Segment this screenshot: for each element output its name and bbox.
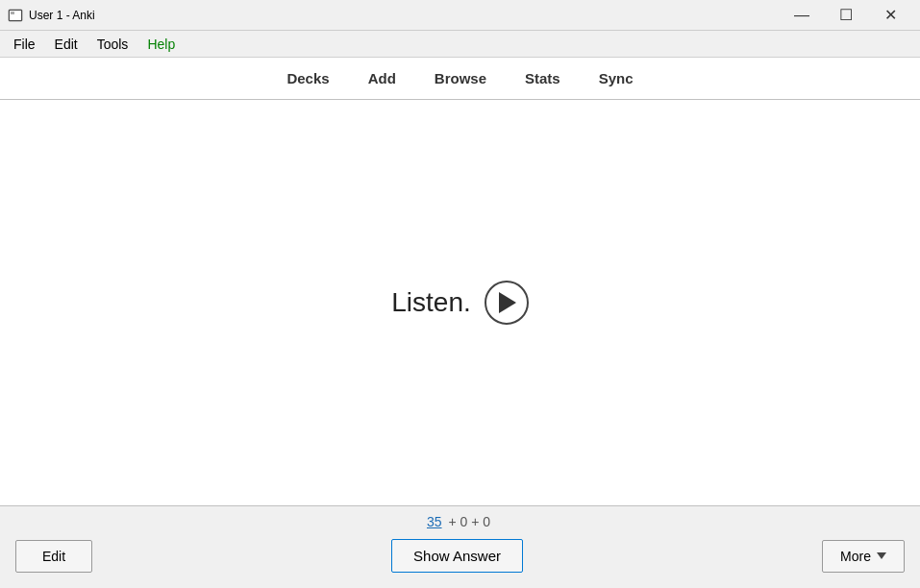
bottom-bar: 35 + 0 + 0 Edit Show Answer More [0, 505, 920, 588]
menu-tools[interactable]: Tools [87, 33, 138, 56]
more-button[interactable]: More [822, 540, 905, 573]
menu-help[interactable]: Help [137, 33, 185, 56]
nav-decks[interactable]: Decks [279, 64, 336, 92]
app-icon [8, 8, 23, 23]
card-area: Listen. [0, 100, 920, 505]
stat-separator: + 0 + 0 [445, 514, 490, 529]
window-controls: — ☐ ✕ [780, 0, 912, 31]
menu-file[interactable]: File [4, 33, 45, 56]
stat-blue-count[interactable]: 35 [427, 514, 442, 529]
nav-add[interactable]: Add [361, 64, 404, 92]
toolbar: Decks Add Browse Stats Sync [0, 58, 920, 100]
card-content: Listen. [391, 281, 529, 325]
window-title: User 1 - Anki [29, 9, 780, 22]
play-icon [499, 292, 516, 313]
more-dropdown-icon [877, 552, 886, 559]
title-bar: User 1 - Anki — ☐ ✕ [0, 0, 920, 31]
svg-rect-2 [11, 12, 14, 14]
menu-edit[interactable]: Edit [45, 33, 87, 56]
show-answer-button[interactable]: Show Answer [391, 539, 523, 573]
nav-sync[interactable]: Sync [591, 64, 641, 92]
maximize-button[interactable]: ☐ [824, 0, 868, 31]
menu-bar: File Edit Tools Help [0, 31, 920, 58]
play-audio-button[interactable] [485, 281, 529, 325]
edit-button[interactable]: Edit [15, 540, 92, 573]
close-button[interactable]: ✕ [868, 0, 912, 31]
action-buttons-row: Edit Show Answer More [15, 539, 905, 573]
nav-browse[interactable]: Browse [427, 64, 494, 92]
card-text: Listen. [391, 287, 471, 318]
minimize-button[interactable]: — [780, 0, 824, 31]
stats-row: 35 + 0 + 0 [15, 514, 905, 529]
nav-stats[interactable]: Stats [517, 64, 568, 92]
